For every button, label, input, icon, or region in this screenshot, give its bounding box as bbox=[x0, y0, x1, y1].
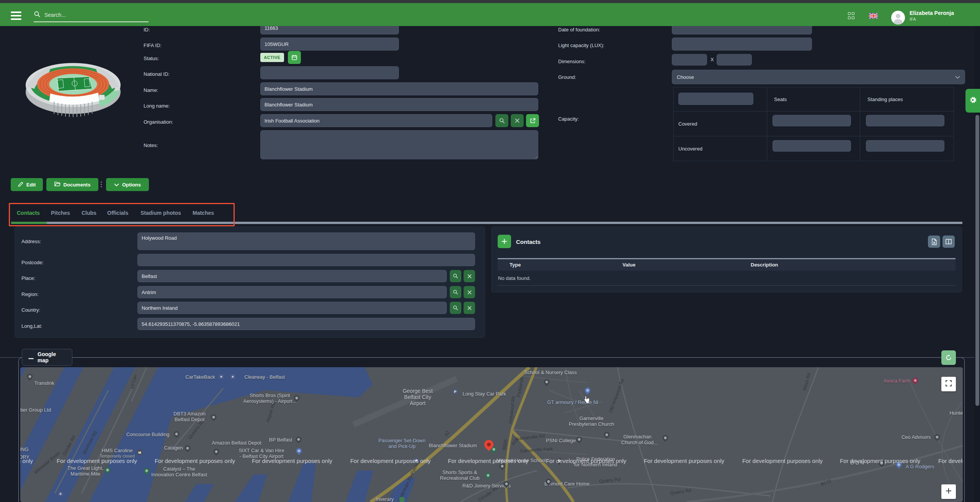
region-clear-button[interactable] bbox=[464, 286, 475, 298]
map-fullscreen-button[interactable] bbox=[941, 377, 956, 391]
map-label: Concourse Building bbox=[126, 432, 170, 438]
region-field[interactable] bbox=[137, 286, 447, 298]
capacity-table: Seats Standing places Covered Uncovered bbox=[674, 87, 954, 161]
status-history-button[interactable] bbox=[288, 51, 301, 64]
ground-select-value: Choose bbox=[677, 74, 694, 80]
chevron-down-icon bbox=[955, 74, 960, 80]
tab-pitches[interactable]: Pitches bbox=[51, 210, 70, 216]
country-label: Country: bbox=[21, 307, 40, 313]
map-refresh-button[interactable] bbox=[941, 350, 956, 365]
hamburger-menu-icon[interactable] bbox=[11, 11, 21, 22]
covered-standing-field[interactable] bbox=[866, 115, 944, 126]
capacity-header-field[interactable] bbox=[678, 93, 753, 105]
map-zoom-in-button[interactable] bbox=[941, 484, 956, 499]
map-marker[interactable] bbox=[58, 491, 63, 496]
user-avatar[interactable] bbox=[891, 11, 905, 25]
map-marker[interactable] bbox=[399, 497, 405, 502]
covered-seats-field[interactable] bbox=[773, 115, 851, 126]
place-clear-button[interactable] bbox=[464, 270, 475, 282]
map-watermark: For development purposes only bbox=[938, 458, 963, 464]
tab-stadium-photos[interactable]: Stadium photos bbox=[140, 210, 181, 216]
map-marker[interactable]: P bbox=[452, 389, 458, 394]
organisation-clear-button[interactable] bbox=[511, 114, 524, 127]
national-id-field[interactable] bbox=[260, 66, 399, 79]
settings-gear-button[interactable] bbox=[965, 89, 980, 113]
dimensions-separator: X bbox=[710, 57, 714, 62]
scrollbar-thumb[interactable] bbox=[975, 115, 979, 406]
address-field[interactable]: Holywood Road bbox=[137, 232, 475, 250]
tab-clubs[interactable]: Clubs bbox=[82, 210, 96, 216]
map-marker[interactable] bbox=[219, 374, 224, 379]
dimensions-length-field[interactable] bbox=[717, 54, 752, 65]
map-label: The Great Light, Maritime Mile bbox=[67, 466, 103, 477]
uncovered-seats-field[interactable] bbox=[773, 140, 851, 152]
options-button[interactable]: Options bbox=[106, 178, 149, 191]
more-actions-button[interactable] bbox=[101, 182, 102, 187]
country-clear-button[interactable] bbox=[464, 302, 475, 314]
scrollbar-track[interactable] bbox=[975, 3, 980, 502]
map-label: Shorts Sports & Recreational Club bbox=[440, 470, 479, 481]
map-label: A G Rodgers bbox=[906, 464, 934, 470]
search-bar[interactable] bbox=[34, 8, 149, 22]
chevron-down-icon bbox=[114, 182, 119, 188]
app-header: Elizabeta Peronja IFA bbox=[0, 3, 980, 26]
dimensions-width-field[interactable] bbox=[672, 54, 707, 65]
user-name[interactable]: Elizabeta Peronja bbox=[910, 10, 954, 16]
long-name-field[interactable] bbox=[260, 98, 538, 111]
google-map-collapse-button[interactable]: Google map bbox=[22, 349, 72, 366]
map-canvas[interactable]: Translinkber Group LtdSinclair RdStormon… bbox=[20, 367, 963, 502]
toggle-columns-button[interactable] bbox=[942, 235, 955, 248]
language-flag-uk[interactable] bbox=[869, 13, 878, 19]
light-capacity-field[interactable] bbox=[672, 38, 812, 51]
search-input[interactable] bbox=[44, 11, 141, 18]
notes-field[interactable] bbox=[260, 130, 538, 159]
map-label: Glenmachan Church of God bbox=[621, 434, 654, 446]
place-field[interactable] bbox=[137, 270, 447, 282]
contacts-table-header: Type Value Description bbox=[498, 259, 956, 271]
country-search-button[interactable] bbox=[450, 302, 461, 314]
apps-grid-icon[interactable] bbox=[848, 12, 855, 19]
contacts-title: Contacts bbox=[516, 239, 541, 245]
fifa-id-field[interactable] bbox=[260, 38, 399, 51]
pencil-icon bbox=[18, 182, 23, 188]
google-map-title: Google map bbox=[38, 351, 66, 363]
ground-select[interactable]: Choose bbox=[672, 70, 965, 84]
name-field[interactable] bbox=[260, 82, 538, 95]
map-label: Clearway - Belfast bbox=[244, 374, 284, 380]
region-search-button[interactable] bbox=[450, 286, 461, 298]
national-id-label: National ID: bbox=[144, 71, 170, 77]
map-marker[interactable]: M bbox=[137, 450, 143, 455]
tab-contacts[interactable]: Contacts bbox=[17, 210, 40, 216]
map-marker[interactable] bbox=[230, 374, 235, 379]
plus-icon bbox=[946, 488, 952, 495]
place-label: Place: bbox=[21, 275, 35, 281]
postcode-label: Postcode: bbox=[21, 260, 44, 265]
fullscreen-icon bbox=[946, 380, 952, 388]
capacity-col-seats: Seats bbox=[774, 96, 787, 102]
add-contact-button[interactable] bbox=[498, 235, 511, 248]
map-watermark: For development purposes only bbox=[448, 458, 528, 464]
edit-button[interactable]: Edit bbox=[11, 178, 43, 191]
tab-matches[interactable]: Matches bbox=[193, 210, 214, 216]
tab-officials[interactable]: Officials bbox=[107, 210, 128, 216]
documents-button[interactable]: Documents bbox=[46, 178, 98, 191]
map-label: Catagen bbox=[164, 445, 183, 451]
map-label: George Best Belfast City Airport bbox=[403, 388, 433, 406]
country-field[interactable] bbox=[137, 302, 447, 314]
map-label: ber Group Ltd bbox=[20, 407, 51, 413]
name-label: Name: bbox=[144, 87, 158, 93]
gear-icon bbox=[968, 95, 977, 106]
organisation-open-button[interactable] bbox=[526, 114, 539, 127]
documents-button-label: Documents bbox=[64, 182, 91, 188]
organisation-field[interactable] bbox=[260, 114, 492, 127]
longlat-field[interactable] bbox=[137, 318, 475, 330]
postcode-field[interactable] bbox=[137, 254, 475, 266]
map-label: HMS Caroline bbox=[102, 448, 133, 454]
organisation-search-button[interactable] bbox=[495, 114, 508, 127]
notes-label: Notes: bbox=[144, 142, 158, 148]
map-label: BP Belfast bbox=[269, 437, 292, 443]
uncovered-standing-field[interactable] bbox=[866, 140, 944, 152]
empty-table-text: No data found. bbox=[498, 275, 531, 281]
place-search-button[interactable] bbox=[450, 270, 461, 282]
export-excel-button[interactable] bbox=[928, 235, 940, 248]
